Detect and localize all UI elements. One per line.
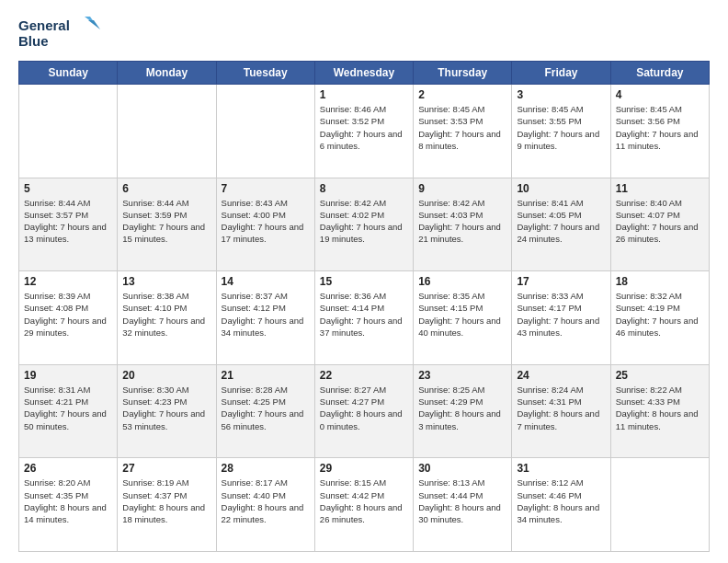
svg-text:Blue: Blue [18, 33, 49, 49]
week-row-5: 26Sunrise: 8:20 AM Sunset: 4:35 PM Dayli… [19, 458, 710, 552]
day-cell: 4Sunrise: 8:45 AM Sunset: 3:56 PM Daylig… [610, 85, 709, 178]
day-number: 5 [24, 182, 112, 195]
day-info: Sunrise: 8:41 AM Sunset: 4:05 PM Dayligh… [517, 197, 605, 246]
day-number: 14 [222, 275, 310, 288]
day-cell: 28Sunrise: 8:17 AM Sunset: 4:40 PM Dayli… [216, 458, 314, 552]
day-cell: 15Sunrise: 8:36 AM Sunset: 4:14 PM Dayli… [314, 271, 413, 365]
day-cell: 10Sunrise: 8:41 AM Sunset: 4:05 PM Dayli… [512, 178, 610, 271]
header-row: SundayMondayTuesdayWednesdayThursdayFrid… [19, 62, 710, 85]
week-row-2: 5Sunrise: 8:44 AM Sunset: 3:57 PM Daylig… [19, 178, 710, 271]
day-cell: 6Sunrise: 8:44 AM Sunset: 3:59 PM Daylig… [118, 178, 216, 271]
day-number: 1 [320, 88, 408, 101]
header: General Blue [18, 15, 710, 52]
day-cell [19, 85, 118, 178]
day-info: Sunrise: 8:42 AM Sunset: 4:03 PM Dayligh… [418, 197, 506, 246]
week-row-4: 19Sunrise: 8:31 AM Sunset: 4:21 PM Dayli… [19, 364, 710, 458]
day-cell: 12Sunrise: 8:39 AM Sunset: 4:08 PM Dayli… [19, 271, 118, 365]
day-cell: 31Sunrise: 8:12 AM Sunset: 4:46 PM Dayli… [512, 458, 610, 552]
day-info: Sunrise: 8:27 AM Sunset: 4:27 PM Dayligh… [320, 384, 408, 432]
day-cell: 19Sunrise: 8:31 AM Sunset: 4:21 PM Dayli… [19, 364, 118, 458]
day-header-saturday: Saturday [610, 62, 709, 85]
day-cell: 27Sunrise: 8:19 AM Sunset: 4:37 PM Dayli… [118, 458, 216, 552]
day-info: Sunrise: 8:42 AM Sunset: 4:02 PM Dayligh… [320, 197, 408, 246]
day-header-thursday: Thursday [414, 62, 512, 85]
day-number: 21 [222, 369, 310, 382]
svg-text:General: General [18, 17, 70, 33]
day-info: Sunrise: 8:35 AM Sunset: 4:15 PM Dayligh… [418, 290, 506, 339]
calendar-table: SundayMondayTuesdayWednesdayThursdayFrid… [18, 61, 710, 552]
day-info: Sunrise: 8:46 AM Sunset: 3:52 PM Dayligh… [320, 103, 408, 152]
day-number: 15 [320, 275, 408, 288]
day-cell [216, 85, 314, 178]
day-info: Sunrise: 8:12 AM Sunset: 4:46 PM Dayligh… [517, 477, 605, 525]
day-cell: 23Sunrise: 8:25 AM Sunset: 4:29 PM Dayli… [414, 364, 512, 458]
day-cell: 17Sunrise: 8:33 AM Sunset: 4:17 PM Dayli… [512, 271, 610, 365]
day-info: Sunrise: 8:45 AM Sunset: 3:55 PM Dayligh… [517, 103, 605, 152]
day-number: 19 [24, 369, 112, 382]
day-info: Sunrise: 8:17 AM Sunset: 4:40 PM Dayligh… [222, 477, 310, 525]
day-number: 24 [517, 369, 605, 382]
day-cell: 16Sunrise: 8:35 AM Sunset: 4:15 PM Dayli… [414, 271, 512, 365]
day-info: Sunrise: 8:24 AM Sunset: 4:31 PM Dayligh… [517, 384, 605, 432]
day-header-wednesday: Wednesday [314, 62, 413, 85]
day-number: 2 [418, 88, 506, 101]
day-cell: 13Sunrise: 8:38 AM Sunset: 4:10 PM Dayli… [118, 271, 216, 365]
day-cell: 29Sunrise: 8:15 AM Sunset: 4:42 PM Dayli… [314, 458, 413, 552]
day-cell: 18Sunrise: 8:32 AM Sunset: 4:19 PM Dayli… [610, 271, 709, 365]
day-number: 31 [517, 462, 605, 475]
day-number: 12 [24, 275, 112, 288]
day-cell [118, 85, 216, 178]
day-info: Sunrise: 8:19 AM Sunset: 4:37 PM Dayligh… [122, 477, 210, 525]
day-header-sunday: Sunday [19, 62, 118, 85]
day-info: Sunrise: 8:30 AM Sunset: 4:23 PM Dayligh… [122, 384, 210, 432]
day-cell: 1Sunrise: 8:46 AM Sunset: 3:52 PM Daylig… [314, 85, 413, 178]
day-info: Sunrise: 8:37 AM Sunset: 4:12 PM Dayligh… [222, 290, 310, 339]
day-number: 6 [122, 182, 210, 195]
day-number: 17 [517, 275, 605, 288]
day-info: Sunrise: 8:43 AM Sunset: 4:00 PM Dayligh… [222, 197, 310, 246]
day-number: 29 [320, 462, 408, 475]
day-number: 23 [418, 369, 506, 382]
day-cell: 14Sunrise: 8:37 AM Sunset: 4:12 PM Dayli… [216, 271, 314, 365]
day-number: 11 [616, 182, 704, 195]
day-info: Sunrise: 8:38 AM Sunset: 4:10 PM Dayligh… [122, 290, 210, 339]
day-info: Sunrise: 8:28 AM Sunset: 4:25 PM Dayligh… [222, 384, 310, 432]
day-number: 25 [616, 369, 704, 382]
day-info: Sunrise: 8:44 AM Sunset: 3:57 PM Dayligh… [24, 197, 112, 246]
day-number: 30 [418, 462, 506, 475]
day-number: 8 [320, 182, 408, 195]
day-info: Sunrise: 8:45 AM Sunset: 3:56 PM Dayligh… [616, 103, 704, 152]
page: General Blue SundayMondayTuesdayWednesda… [0, 0, 728, 563]
day-info: Sunrise: 8:44 AM Sunset: 3:59 PM Dayligh… [122, 197, 210, 246]
day-number: 20 [122, 369, 210, 382]
day-number: 7 [222, 182, 310, 195]
day-header-monday: Monday [118, 62, 216, 85]
svg-marker-3 [88, 20, 100, 29]
day-cell: 22Sunrise: 8:27 AM Sunset: 4:27 PM Dayli… [314, 364, 413, 458]
day-number: 26 [24, 462, 112, 475]
day-number: 27 [122, 462, 210, 475]
day-number: 9 [418, 182, 506, 195]
logo-svg: General Blue [18, 15, 101, 52]
day-cell: 9Sunrise: 8:42 AM Sunset: 4:03 PM Daylig… [414, 178, 512, 271]
day-number: 16 [418, 275, 506, 288]
day-info: Sunrise: 8:31 AM Sunset: 4:21 PM Dayligh… [24, 384, 112, 432]
day-number: 22 [320, 369, 408, 382]
day-info: Sunrise: 8:32 AM Sunset: 4:19 PM Dayligh… [616, 290, 704, 339]
day-info: Sunrise: 8:45 AM Sunset: 3:53 PM Dayligh… [418, 103, 506, 152]
day-number: 3 [517, 88, 605, 101]
day-cell: 26Sunrise: 8:20 AM Sunset: 4:35 PM Dayli… [19, 458, 118, 552]
day-info: Sunrise: 8:36 AM Sunset: 4:14 PM Dayligh… [320, 290, 408, 339]
week-row-1: 1Sunrise: 8:46 AM Sunset: 3:52 PM Daylig… [19, 85, 710, 178]
day-number: 28 [222, 462, 310, 475]
day-cell: 8Sunrise: 8:42 AM Sunset: 4:02 PM Daylig… [314, 178, 413, 271]
day-header-friday: Friday [512, 62, 610, 85]
day-cell: 5Sunrise: 8:44 AM Sunset: 3:57 PM Daylig… [19, 178, 118, 271]
day-info: Sunrise: 8:15 AM Sunset: 4:42 PM Dayligh… [320, 477, 408, 525]
day-number: 13 [122, 275, 210, 288]
day-cell: 30Sunrise: 8:13 AM Sunset: 4:44 PM Dayli… [414, 458, 512, 552]
day-info: Sunrise: 8:40 AM Sunset: 4:07 PM Dayligh… [616, 197, 704, 246]
day-cell: 20Sunrise: 8:30 AM Sunset: 4:23 PM Dayli… [118, 364, 216, 458]
day-cell [610, 458, 709, 552]
day-info: Sunrise: 8:13 AM Sunset: 4:44 PM Dayligh… [418, 477, 506, 525]
